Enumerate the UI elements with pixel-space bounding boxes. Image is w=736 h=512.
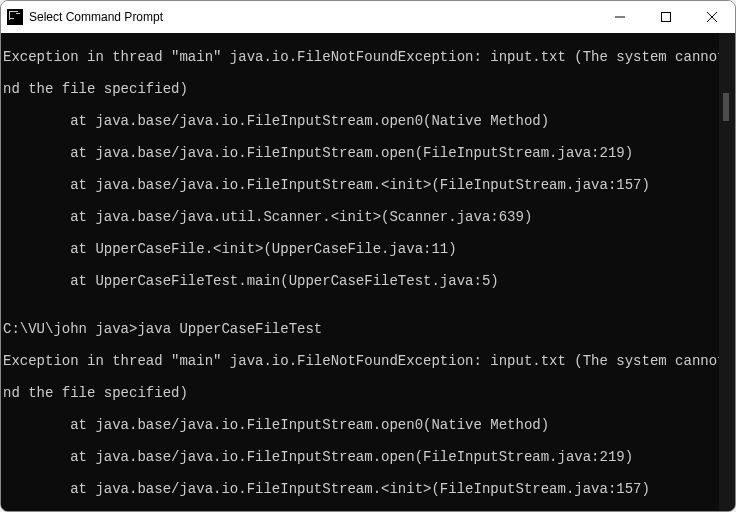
cmd-icon: [7, 9, 23, 25]
terminal-line: C:\VU\john java>java UpperCaseFileTest: [3, 321, 717, 337]
maximize-button[interactable]: [643, 1, 689, 33]
minimize-button[interactable]: [597, 1, 643, 33]
titlebar[interactable]: Select Command Prompt: [1, 1, 735, 33]
window-title: Select Command Prompt: [29, 10, 163, 24]
terminal-area: Exception in thread "main" java.io.FileN…: [1, 33, 735, 512]
terminal-line: at java.base/java.io.FileInputStream.ope…: [3, 145, 717, 161]
terminal-output[interactable]: Exception in thread "main" java.io.FileN…: [1, 33, 719, 512]
minimize-icon: [615, 12, 625, 22]
terminal-line: Exception in thread "main" java.io.FileN…: [3, 353, 717, 369]
terminal-line: at UpperCaseFileTest.main(UpperCaseFileT…: [3, 273, 717, 289]
scrollbar[interactable]: [719, 33, 735, 512]
maximize-icon: [661, 12, 671, 22]
terminal-line: at java.base/java.io.FileInputStream.ope…: [3, 449, 717, 465]
terminal-line: at java.base/java.io.FileInputStream.ope…: [3, 417, 717, 433]
scrollbar-thumb[interactable]: [723, 93, 729, 121]
svg-rect-1: [662, 13, 671, 22]
command-prompt-window: Select Command Prompt Exception in threa…: [0, 0, 736, 512]
terminal-line: at UpperCaseFile.<init>(UpperCaseFile.ja…: [3, 241, 717, 257]
terminal-line: nd the file specified): [3, 385, 717, 401]
close-icon: [707, 12, 717, 22]
terminal-line: nd the file specified): [3, 81, 717, 97]
terminal-line: at java.base/java.io.FileInputStream.<in…: [3, 177, 717, 193]
terminal-line: at java.base/java.util.Scanner.<init>(Sc…: [3, 209, 717, 225]
terminal-line: Exception in thread "main" java.io.FileN…: [3, 49, 717, 65]
close-button[interactable]: [689, 1, 735, 33]
terminal-line: at java.base/java.io.FileInputStream.ope…: [3, 113, 717, 129]
terminal-line: at java.base/java.io.FileInputStream.<in…: [3, 481, 717, 497]
